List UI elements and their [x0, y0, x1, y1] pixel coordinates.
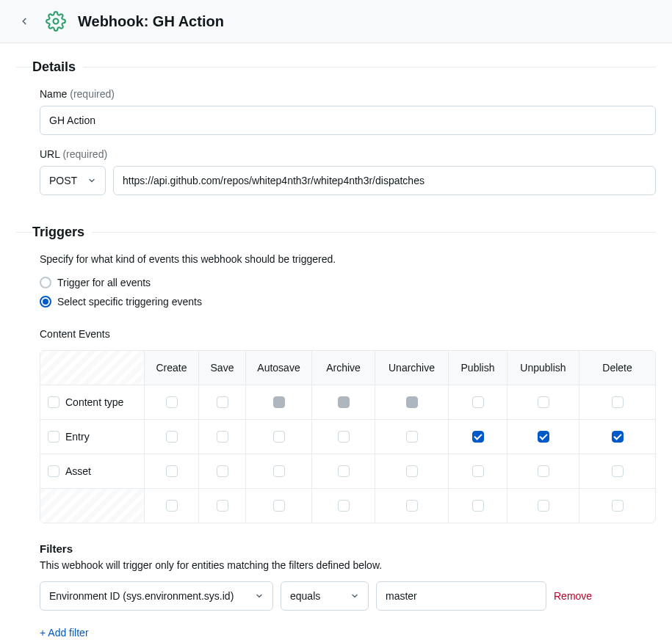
filters-description: This webhook will trigger only for entit… — [40, 559, 656, 571]
events-table: Create Save Autosave Archive Unarchive P… — [40, 350, 656, 523]
col-header: Unpublish — [507, 351, 579, 385]
filter-entity-select[interactable]: Environment ID (sys.environment.sys.id) — [40, 581, 273, 611]
event-checkbox[interactable] — [166, 396, 178, 408]
triggers-description: Specify for what kind of events this web… — [40, 253, 656, 265]
event-checkbox — [406, 396, 418, 408]
row-checkbox[interactable] — [48, 431, 59, 443]
chevron-down-icon — [255, 592, 264, 600]
event-checkbox[interactable] — [166, 500, 178, 512]
row-label: Asset — [65, 465, 91, 477]
chevron-down-icon — [87, 176, 96, 185]
filter-value-input[interactable] — [376, 581, 546, 611]
event-checkbox[interactable] — [538, 500, 549, 512]
row-label: Content type — [65, 396, 123, 408]
radio-all-events[interactable]: Trigger for all events — [40, 277, 656, 288]
page-title: Webhook: GH Action — [78, 13, 224, 30]
svg-point-0 — [54, 19, 59, 24]
event-checkbox — [338, 396, 350, 408]
col-header: Save — [199, 351, 246, 385]
event-checkbox[interactable] — [406, 500, 418, 512]
event-checkbox[interactable] — [612, 431, 624, 443]
url-input[interactable] — [113, 166, 656, 195]
event-checkbox — [273, 396, 285, 408]
table-row: Entry — [40, 420, 655, 454]
event-checkbox[interactable] — [538, 396, 549, 408]
name-label: Name (required) — [40, 88, 656, 100]
filters-title: Filters — [40, 542, 656, 555]
row-label-cell: Entry — [40, 420, 145, 454]
url-label: URL (required) — [40, 148, 656, 160]
row-label-cell: Content type — [40, 385, 145, 419]
event-checkbox[interactable] — [217, 396, 228, 408]
event-checkbox[interactable] — [338, 431, 350, 443]
radio-specific-events[interactable]: Select specific triggering events — [40, 296, 656, 308]
event-checkbox[interactable] — [472, 465, 484, 477]
event-checkbox[interactable] — [166, 431, 178, 443]
row-checkbox[interactable] — [48, 396, 59, 408]
gear-icon — [46, 11, 66, 32]
event-checkbox[interactable] — [472, 431, 484, 443]
event-checkbox[interactable] — [538, 431, 549, 443]
add-filter-link[interactable]: + Add filter — [40, 627, 656, 639]
event-checkbox[interactable] — [538, 465, 549, 477]
event-checkbox[interactable] — [612, 500, 624, 512]
filter-operator-select[interactable]: equals — [281, 581, 369, 611]
col-header: Unarchive — [375, 351, 449, 385]
chevron-down-icon — [350, 592, 359, 600]
triggers-legend: Triggers — [32, 225, 92, 240]
col-header: Autosave — [246, 351, 312, 385]
event-checkbox[interactable] — [273, 431, 285, 443]
row-label: Entry — [65, 431, 90, 443]
http-method-select[interactable]: POST — [40, 166, 106, 195]
event-checkbox[interactable] — [612, 396, 624, 408]
event-checkbox[interactable] — [406, 431, 418, 443]
event-checkbox[interactable] — [217, 500, 228, 512]
event-checkbox[interactable] — [217, 431, 228, 443]
table-row: Content type — [40, 385, 655, 420]
event-checkbox[interactable] — [273, 500, 285, 512]
back-button[interactable] — [13, 10, 35, 32]
details-legend: Details — [32, 59, 83, 75]
row-checkbox[interactable] — [48, 465, 59, 477]
chevron-left-icon — [19, 16, 29, 26]
row-label-cell — [40, 489, 145, 523]
table-row: Asset — [40, 454, 655, 489]
event-checkbox[interactable] — [338, 465, 350, 477]
event-checkbox[interactable] — [406, 465, 418, 477]
event-checkbox[interactable] — [273, 465, 285, 477]
event-checkbox[interactable] — [612, 465, 624, 477]
event-checkbox[interactable] — [338, 500, 350, 512]
content-events-label: Content Events — [40, 328, 656, 340]
name-input[interactable] — [40, 106, 656, 135]
event-checkbox[interactable] — [472, 500, 484, 512]
event-checkbox[interactable] — [217, 465, 228, 477]
radio-icon — [40, 296, 51, 308]
row-label-cell: Asset — [40, 454, 145, 488]
col-header: Delete — [579, 351, 655, 385]
col-header: Create — [145, 351, 199, 385]
col-header: Publish — [449, 351, 507, 385]
event-checkbox[interactable] — [166, 465, 178, 477]
col-header: Archive — [312, 351, 375, 385]
radio-icon — [40, 277, 51, 288]
event-checkbox[interactable] — [472, 396, 484, 408]
table-row — [40, 489, 655, 523]
table-header-row: Create Save Autosave Archive Unarchive P… — [40, 351, 655, 385]
remove-filter-link[interactable]: Remove — [554, 590, 592, 602]
